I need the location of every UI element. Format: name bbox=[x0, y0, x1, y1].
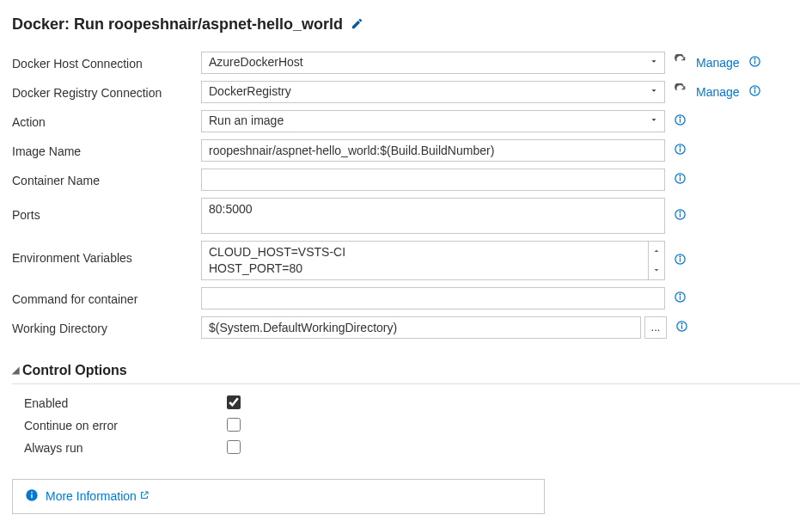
collapse-icon: ◢ bbox=[12, 365, 19, 376]
info-icon[interactable] bbox=[674, 291, 687, 306]
enabled-checkbox[interactable] bbox=[227, 395, 241, 409]
manage-registry-link[interactable]: Manage bbox=[696, 85, 740, 99]
svg-point-2 bbox=[754, 58, 755, 59]
working-dir-label: Working Directory bbox=[12, 320, 201, 335]
command-input[interactable] bbox=[201, 287, 665, 310]
ports-input[interactable]: 80:5000 bbox=[201, 198, 665, 234]
info-icon[interactable] bbox=[674, 172, 687, 187]
container-name-label: Container Name bbox=[12, 172, 201, 187]
svg-rect-28 bbox=[31, 493, 32, 498]
always-run-label: Always run bbox=[24, 439, 227, 455]
svg-point-26 bbox=[681, 322, 682, 323]
ports-label: Ports bbox=[12, 198, 201, 222]
svg-point-5 bbox=[754, 88, 755, 89]
svg-point-17 bbox=[680, 211, 681, 212]
title-text: Docker: Run roopeshnair/aspnet-hello_wor… bbox=[12, 15, 343, 33]
info-icon[interactable] bbox=[674, 253, 687, 268]
docker-host-label: Docker Host Connection bbox=[12, 55, 201, 70]
refresh-icon[interactable] bbox=[674, 83, 687, 100]
info-icon[interactable] bbox=[674, 143, 687, 158]
command-label: Command for container bbox=[12, 291, 201, 306]
more-info-box: More Information bbox=[12, 479, 545, 514]
svg-point-8 bbox=[680, 117, 681, 118]
browse-button[interactable]: ... bbox=[644, 316, 667, 339]
container-name-input[interactable] bbox=[201, 169, 665, 191]
edit-icon[interactable] bbox=[351, 16, 363, 34]
info-icon[interactable] bbox=[674, 113, 687, 129]
manage-host-link[interactable]: Manage bbox=[696, 56, 740, 70]
action-select[interactable]: Run an image bbox=[201, 110, 665, 132]
docker-registry-label: Docker Registry Connection bbox=[12, 84, 201, 100]
info-icon[interactable] bbox=[748, 84, 761, 100]
refresh-icon[interactable] bbox=[674, 54, 687, 70]
spin-up-icon[interactable] bbox=[649, 242, 664, 260]
svg-point-11 bbox=[680, 146, 681, 147]
info-icon[interactable] bbox=[675, 320, 688, 335]
svg-point-20 bbox=[680, 256, 681, 257]
info-icon[interactable] bbox=[674, 208, 687, 224]
chevron-down-icon bbox=[649, 55, 659, 69]
more-info-link[interactable]: More Information bbox=[46, 489, 137, 503]
spin-down-icon[interactable] bbox=[649, 260, 664, 279]
section-control-options[interactable]: ◢ Control Options bbox=[12, 363, 800, 384]
working-dir-input[interactable] bbox=[201, 316, 641, 339]
page-title: Docker: Run roopeshnair/aspnet-hello_wor… bbox=[12, 15, 800, 34]
image-name-label: Image Name bbox=[12, 143, 201, 158]
external-link-icon bbox=[139, 490, 150, 503]
svg-point-29 bbox=[31, 491, 33, 493]
continue-on-error-checkbox[interactable] bbox=[227, 418, 241, 432]
image-name-input[interactable] bbox=[201, 139, 665, 162]
docker-host-select[interactable]: AzureDockerHost bbox=[201, 52, 665, 74]
svg-point-23 bbox=[680, 293, 681, 294]
always-run-checkbox[interactable] bbox=[227, 440, 241, 454]
env-vars-label: Environment Variables bbox=[12, 241, 201, 265]
svg-point-14 bbox=[680, 175, 681, 176]
env-vars-input[interactable]: CLOUD_HOST=VSTS-CI HOST_PORT=80 bbox=[201, 241, 665, 280]
chevron-down-icon bbox=[649, 113, 659, 127]
enabled-label: Enabled bbox=[24, 395, 227, 410]
info-icon bbox=[25, 488, 39, 505]
action-label: Action bbox=[12, 113, 201, 129]
info-icon[interactable] bbox=[748, 55, 761, 70]
continue-on-error-label: Continue on error bbox=[24, 417, 227, 432]
docker-registry-select[interactable]: DockerRegistry bbox=[201, 81, 665, 103]
chevron-down-icon bbox=[649, 84, 659, 98]
